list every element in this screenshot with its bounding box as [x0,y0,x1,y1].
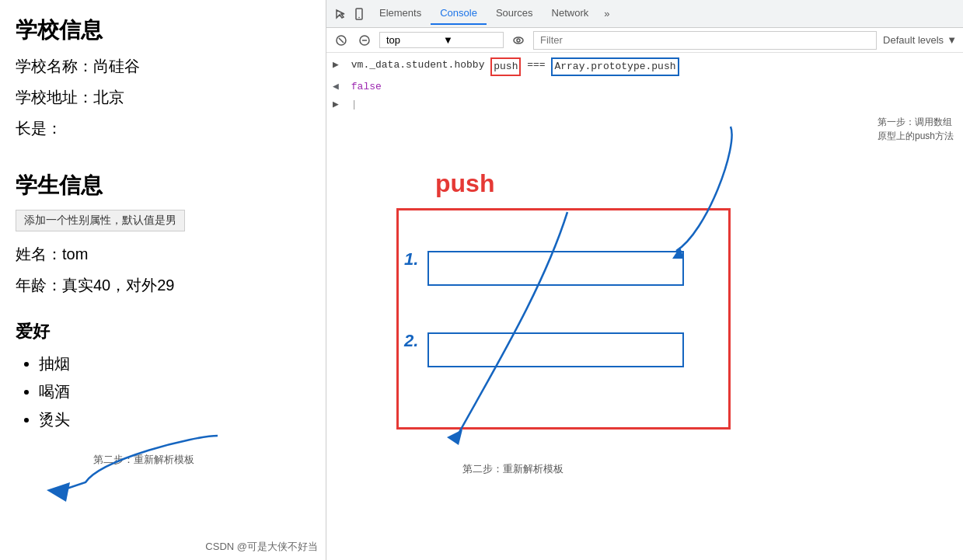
filter-input[interactable] [533,31,877,50]
svg-marker-0 [47,482,70,502]
left-panel: 学校信息 学校名称：尚硅谷 学校地址：北京 长是： 学生信息 添加一个性别属性，… [0,0,326,560]
tab-console[interactable]: Console [431,2,487,25]
console-cursor-line[interactable]: ▶ | [326,96,963,114]
dropdown-arrow-icon: ▼ [443,34,497,46]
console-toolbar: top ▼ Default levels ▼ [326,28,963,53]
context-selector[interactable]: top ▼ [379,32,504,48]
step2-annotation-text: 第二步：重新解析模板 [462,462,563,476]
annotation-arrows-svg [326,53,963,560]
school-section-title: 学校信息 [16,16,310,45]
svg-point-7 [514,37,523,43]
return-arrow-icon: ◀ [333,79,345,95]
inspect-icon[interactable] [333,6,348,22]
push-annotation-label: push [435,169,494,198]
student-section-title: 学生信息 [16,171,310,200]
svg-point-8 [517,39,520,42]
devtools-panel: Elements Console Sources Network » top ▼… [326,0,963,560]
csdn-watermark: CSDN @可是大侠不好当 [205,540,318,554]
principal-label: 长是： [16,117,310,140]
list-item: 喝酒 [39,377,310,405]
input-arrow-icon: ▶ [333,97,345,113]
left-arrow-svg [39,420,233,513]
red-box-annotation [396,208,731,430]
code-push-highlight: push [490,57,521,76]
default-levels-selector[interactable]: Default levels ▼ [883,34,957,46]
tab-network[interactable]: Network [543,2,598,25]
devtools-tabs-bar: Elements Console Sources Network » [326,0,963,28]
hobbies-section-title: 爱好 [16,320,310,343]
step1-annotation-text: 第一步：调用数组原型上的push方法 [878,115,955,143]
svg-marker-9 [672,247,684,259]
num-label-2: 2. [404,331,418,351]
school-address-label: 学校地址：北京 [16,85,310,109]
stop-icon[interactable] [356,32,373,49]
default-levels-label: Default levels [883,34,944,46]
clear-console-icon[interactable] [333,32,350,49]
tab-elements[interactable]: Elements [370,2,431,25]
student-age-label: 年龄：真实40，对外29 [16,273,310,297]
svg-point-2 [358,16,360,18]
annotation-overlay: push 第一步：调用数组原型上的push方法 1. 2. 第二步：重新解析模板 [326,53,963,560]
console-line-2: ◀ false [326,78,963,96]
false-value: false [345,79,382,95]
cursor-char[interactable]: | [345,97,358,113]
list-item: 烫头 [39,405,310,433]
num-label-1: 1. [404,249,418,270]
code-prefix: vm._data.student.hobby [345,57,490,73]
blue-box-2-annotation [427,332,684,367]
svg-marker-10 [447,430,462,445]
svg-line-4 [339,38,344,43]
step2-text: 第二步：重新解析模板 [93,453,194,467]
expand-arrow-icon[interactable]: ▶ [333,57,345,73]
blue-box-1-annotation [427,251,684,286]
default-levels-arrow-icon: ▼ [947,34,957,46]
list-item: 抽烟 [39,350,310,377]
tab-sources[interactable]: Sources [487,2,543,25]
code-equals: === [521,57,551,73]
hobby-list: 抽烟 喝酒 烫头 [16,350,310,433]
tab-more-button[interactable]: » [598,5,616,23]
context-label: top [386,34,440,46]
school-name-label: 学校名称：尚硅谷 [16,54,310,78]
code-array-proto-highlight: Array.prototype.push [551,57,679,76]
student-name-label: 姓名：tom [16,242,310,266]
console-content: ▶ vm._data.student.hobby push === Array.… [326,53,963,560]
mobile-icon[interactable] [351,6,367,22]
add-gender-button[interactable]: 添加一个性别属性，默认值是男 [16,210,185,231]
eye-icon[interactable] [510,32,527,49]
console-line-1: ▶ vm._data.student.hobby push === Array.… [326,56,963,78]
